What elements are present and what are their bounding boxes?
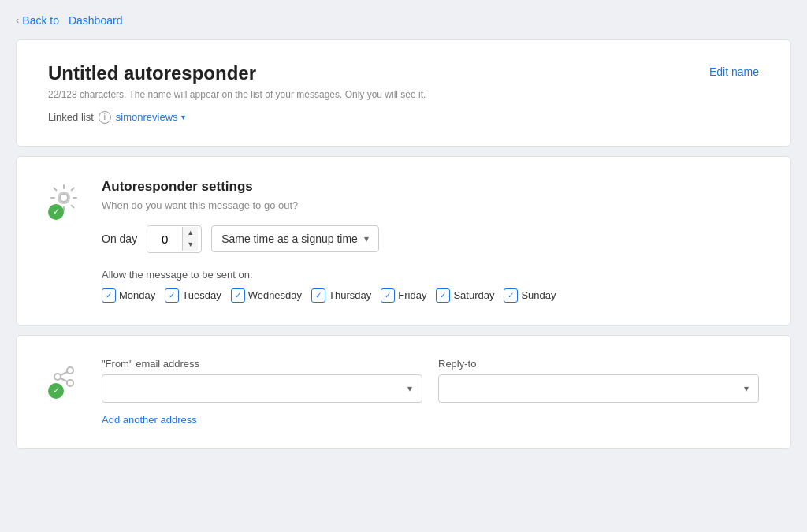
svg-line-6	[61, 378, 67, 381]
day-input[interactable]	[147, 226, 182, 252]
settings-icon-area: ✓	[48, 182, 86, 220]
sunday-label: Sunday	[521, 289, 556, 301]
dashboard-text: Dashboard	[69, 14, 123, 27]
svg-point-0	[60, 194, 68, 202]
day-thursday[interactable]: ✓ Thursday	[311, 288, 371, 303]
svg-point-2	[67, 367, 73, 374]
saturday-checkbox[interactable]: ✓	[436, 288, 450, 303]
days-row: ✓ Monday ✓ Tuesday ✓ Wednesday ✓ Thursda…	[102, 288, 759, 303]
allow-message-label: Allow the message to be sent on:	[102, 269, 759, 281]
linked-list-select[interactable]: simonreviews ▾	[116, 111, 185, 123]
from-email-select[interactable]: ▾	[102, 374, 422, 403]
linked-list-row: Linked list i simonreviews ▾	[48, 111, 759, 124]
char-count: 22/128 characters. The name will appear …	[48, 89, 759, 100]
email-icon-area: ✓	[48, 361, 86, 399]
settings-check-badge: ✓	[48, 204, 64, 220]
tuesday-label: Tuesday	[182, 289, 221, 301]
email-card: ✓ "From" email address ▾ Reply-to ▾ Add …	[16, 335, 791, 449]
monday-checkbox[interactable]: ✓	[102, 288, 116, 303]
wednesday-label: Wednesday	[248, 289, 302, 301]
day-saturday[interactable]: ✓ Saturday	[436, 288, 494, 303]
reply-to-select[interactable]: ▾	[438, 374, 759, 403]
thursday-checkbox[interactable]: ✓	[311, 288, 325, 303]
day-spin-down[interactable]: ▼	[183, 239, 198, 251]
day-tuesday[interactable]: ✓ Tuesday	[165, 288, 221, 303]
wednesday-checkbox[interactable]: ✓	[231, 288, 245, 303]
thursday-label: Thursday	[329, 289, 371, 301]
back-text: Back to	[22, 14, 59, 27]
svg-point-4	[67, 380, 73, 386]
friday-checkbox[interactable]: ✓	[381, 288, 395, 303]
autoresponder-title: Untitled autoresponder	[48, 62, 256, 84]
back-to-dashboard-link[interactable]: ‹ Back to Dashboard	[16, 14, 122, 27]
from-email-col: "From" email address ▾	[102, 358, 422, 403]
day-spinner: ▲ ▼	[182, 227, 198, 251]
settings-subtitle: When do you want this message to go out?	[102, 199, 759, 211]
edit-name-button[interactable]: Edit name	[709, 62, 759, 81]
day-monday[interactable]: ✓ Monday	[102, 288, 155, 303]
friday-label: Friday	[398, 289, 426, 301]
saturday-label: Saturday	[453, 289, 494, 301]
settings-content: Autoresponder settings When do you want …	[102, 179, 759, 303]
reply-to-label: Reply-to	[438, 358, 759, 370]
time-select[interactable]: Same time as a signup time ▾	[211, 225, 379, 252]
email-check-badge: ✓	[48, 383, 64, 399]
title-card: Untitled autoresponder Edit name 22/128 …	[16, 39, 791, 147]
linked-list-label: Linked list	[48, 111, 94, 123]
tuesday-checkbox[interactable]: ✓	[165, 288, 179, 303]
email-fields-row: "From" email address ▾ Reply-to ▾	[102, 358, 759, 403]
settings-title: Autoresponder settings	[102, 179, 759, 195]
time-select-arrow: ▾	[364, 233, 369, 244]
reply-to-arrow: ▾	[744, 383, 749, 394]
day-spin-up[interactable]: ▲	[183, 227, 198, 239]
sunday-checkbox[interactable]: ✓	[504, 288, 518, 303]
linked-list-arrow: ▾	[181, 113, 185, 121]
from-email-label: "From" email address	[102, 358, 422, 370]
reply-to-col: Reply-to ▾	[438, 358, 759, 403]
email-content: "From" email address ▾ Reply-to ▾ Add an…	[102, 358, 759, 426]
back-chevron: ‹	[16, 14, 19, 26]
linked-list-value: simonreviews	[116, 111, 178, 123]
time-select-value: Same time as a signup time	[221, 233, 358, 245]
from-email-arrow: ▾	[407, 383, 412, 394]
day-wednesday[interactable]: ✓ Wednesday	[231, 288, 302, 303]
day-row: On day ▲ ▼ Same time as a signup time ▾	[102, 225, 759, 253]
day-sunday[interactable]: ✓ Sunday	[504, 288, 556, 303]
day-friday[interactable]: ✓ Friday	[381, 288, 426, 303]
day-label: On day	[102, 233, 137, 245]
add-address-button[interactable]: Add another address	[102, 414, 197, 426]
info-icon[interactable]: i	[99, 111, 111, 124]
day-input-wrap: ▲ ▼	[147, 225, 202, 253]
svg-line-5	[61, 372, 67, 375]
monday-label: Monday	[119, 289, 155, 301]
svg-point-3	[54, 374, 61, 380]
settings-card: ✓ Autoresponder settings When do you wan…	[16, 156, 791, 326]
